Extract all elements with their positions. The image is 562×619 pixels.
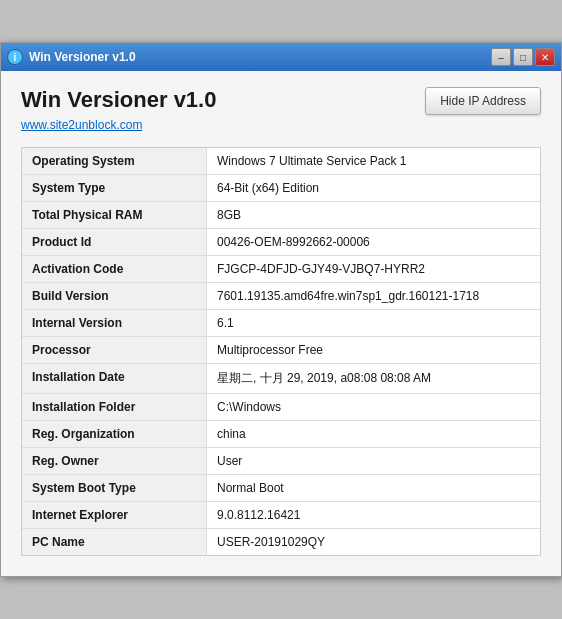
row-value: 8GB bbox=[207, 202, 540, 228]
row-value: 9.0.8112.16421 bbox=[207, 502, 540, 528]
website-link[interactable]: www.site2unblock.com bbox=[21, 118, 142, 132]
table-row: Reg. OwnerUser bbox=[22, 448, 540, 475]
row-value: 星期二, 十月 29, 2019, a08:08 08:08 AM bbox=[207, 364, 540, 393]
maximize-button[interactable]: □ bbox=[513, 48, 533, 66]
row-label: Processor bbox=[22, 337, 207, 363]
minimize-button[interactable]: – bbox=[491, 48, 511, 66]
row-value: Windows 7 Ultimate Service Pack 1 bbox=[207, 148, 540, 174]
table-row: Internet Explorer9.0.8112.16421 bbox=[22, 502, 540, 529]
table-row: PC NameUSER-20191029QY bbox=[22, 529, 540, 555]
row-value: Multiprocessor Free bbox=[207, 337, 540, 363]
hide-ip-button[interactable]: Hide IP Address bbox=[425, 87, 541, 115]
table-row: System Boot TypeNormal Boot bbox=[22, 475, 540, 502]
row-label: Total Physical RAM bbox=[22, 202, 207, 228]
info-table: Operating SystemWindows 7 Ultimate Servi… bbox=[21, 147, 541, 556]
row-value: USER-20191029QY bbox=[207, 529, 540, 555]
row-label: Installation Date bbox=[22, 364, 207, 393]
table-row: ProcessorMultiprocessor Free bbox=[22, 337, 540, 364]
table-row: Build Version7601.19135.amd64fre.win7sp1… bbox=[22, 283, 540, 310]
row-label: Reg. Organization bbox=[22, 421, 207, 447]
app-header: Win Versioner v1.0 www.site2unblock.com … bbox=[21, 87, 541, 133]
row-value: C:\Windows bbox=[207, 394, 540, 420]
table-row: System Type64-Bit (x64) Edition bbox=[22, 175, 540, 202]
app-title: Win Versioner v1.0 bbox=[21, 87, 216, 113]
table-row: Reg. Organizationchina bbox=[22, 421, 540, 448]
table-row: Total Physical RAM8GB bbox=[22, 202, 540, 229]
row-value: 6.1 bbox=[207, 310, 540, 336]
row-label: Activation Code bbox=[22, 256, 207, 282]
row-label: Reg. Owner bbox=[22, 448, 207, 474]
row-value: FJGCP-4DFJD-GJY49-VJBQ7-HYRR2 bbox=[207, 256, 540, 282]
row-value: china bbox=[207, 421, 540, 447]
row-label: PC Name bbox=[22, 529, 207, 555]
app-title-block: Win Versioner v1.0 www.site2unblock.com bbox=[21, 87, 216, 133]
table-row: Installation Date星期二, 十月 29, 2019, a08:0… bbox=[22, 364, 540, 394]
title-bar: i Win Versioner v1.0 – □ ✕ bbox=[1, 43, 561, 71]
app-icon: i bbox=[7, 49, 23, 65]
table-row: Internal Version6.1 bbox=[22, 310, 540, 337]
title-bar-text: Win Versioner v1.0 bbox=[29, 50, 136, 64]
row-value: 00426-OEM-8992662-00006 bbox=[207, 229, 540, 255]
close-button[interactable]: ✕ bbox=[535, 48, 555, 66]
row-label: System Boot Type bbox=[22, 475, 207, 501]
row-label: Installation Folder bbox=[22, 394, 207, 420]
row-value: Normal Boot bbox=[207, 475, 540, 501]
row-label: Product Id bbox=[22, 229, 207, 255]
row-label: Internal Version bbox=[22, 310, 207, 336]
row-label: Internet Explorer bbox=[22, 502, 207, 528]
row-label: Operating System bbox=[22, 148, 207, 174]
row-label: System Type bbox=[22, 175, 207, 201]
title-bar-left: i Win Versioner v1.0 bbox=[7, 49, 136, 65]
main-window: i Win Versioner v1.0 – □ ✕ Win Versioner… bbox=[0, 42, 562, 577]
title-bar-controls: – □ ✕ bbox=[491, 48, 555, 66]
row-value: 7601.19135.amd64fre.win7sp1_gdr.160121-1… bbox=[207, 283, 540, 309]
table-row: Installation FolderC:\Windows bbox=[22, 394, 540, 421]
content-area: Win Versioner v1.0 www.site2unblock.com … bbox=[1, 71, 561, 576]
table-row: Activation CodeFJGCP-4DFJD-GJY49-VJBQ7-H… bbox=[22, 256, 540, 283]
table-row: Product Id00426-OEM-8992662-00006 bbox=[22, 229, 540, 256]
row-label: Build Version bbox=[22, 283, 207, 309]
table-row: Operating SystemWindows 7 Ultimate Servi… bbox=[22, 148, 540, 175]
row-value: User bbox=[207, 448, 540, 474]
row-value: 64-Bit (x64) Edition bbox=[207, 175, 540, 201]
